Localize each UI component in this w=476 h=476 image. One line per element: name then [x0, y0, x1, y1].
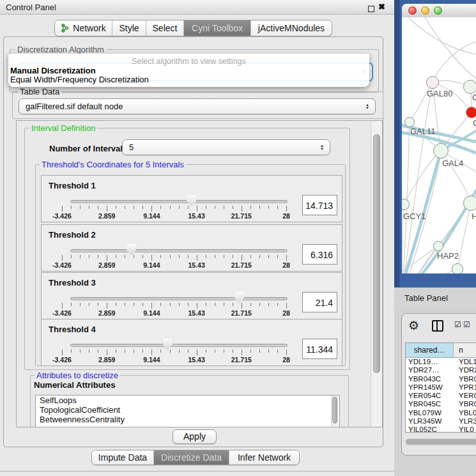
slider-track[interactable]: [70, 200, 288, 203]
tab-network-label: Network: [73, 23, 105, 33]
attribute-list-item[interactable]: SelfLoops: [36, 395, 339, 405]
checkbox-icon[interactable]: ☑: [454, 320, 461, 329]
slider-tick-label: 2.859: [88, 356, 126, 364]
zoom-traffic-light-icon[interactable]: [434, 6, 442, 15]
network-node-label: GAL11: [410, 127, 436, 136]
settings-scrollbar[interactable]: [371, 121, 382, 427]
table-row[interactable]: YDR27…YDR2: [406, 366, 476, 374]
slider-tick: [71, 349, 72, 353]
threshold-value-field[interactable]: 11.344: [302, 339, 337, 359]
slider-track[interactable]: [70, 344, 288, 347]
slider-tick: [286, 349, 287, 355]
number-of-intervals-spinner[interactable]: 5 ▲▼: [122, 139, 330, 155]
slider-tick: [242, 255, 242, 261]
table-row[interactable]: YBL079WYBL0: [406, 409, 476, 417]
table-horizontal-scrollbar-thumb[interactable]: [406, 439, 476, 445]
numerical-attributes-list[interactable]: SelfLoopsTopologicalCoefficientBetweenne…: [35, 395, 340, 427]
cyni-content-panel: Discretization Algorithm ▲▼ Table Data g…: [3, 36, 383, 447]
slider-tick: [268, 303, 269, 306]
slider-tick: [224, 206, 224, 209]
network-node[interactable]: [433, 241, 443, 251]
slider-tick: [107, 349, 107, 355]
slider-thumb[interactable]: [127, 244, 136, 256]
network-node[interactable]: [433, 143, 449, 158]
attribute-list-item[interactable]: BetweennessCentrality: [36, 415, 339, 424]
table-row[interactable]: YLR345WYLR3: [406, 417, 476, 426]
apply-button[interactable]: Apply: [173, 429, 217, 444]
table-cell-shared-name: YLR345W: [406, 417, 456, 426]
gear-icon[interactable]: ⚙: [408, 318, 419, 333]
slider-tick: [179, 349, 180, 353]
node-attribute-table[interactable]: shared… n YDL19…YDL1YDR27…YDR2YBR043CYBR…: [405, 342, 476, 433]
float-window-icon[interactable]: [368, 6, 374, 12]
network-node[interactable]: [463, 80, 476, 94]
attributes-list-scrollbar-thumb[interactable]: [332, 397, 337, 424]
network-node[interactable]: [426, 76, 439, 89]
threshold-value-field[interactable]: 6.316: [302, 244, 337, 265]
threshold-value-field[interactable]: 21.4: [302, 292, 337, 312]
threshold-label: Threshold 4: [49, 325, 96, 334]
table-cell-shared-name: YBL079W: [406, 409, 456, 417]
slider-tick: [233, 303, 233, 306]
close-icon[interactable]: ✖: [378, 2, 385, 12]
slider-tick-label: 15.43: [178, 356, 216, 364]
threshold-value-field[interactable]: 14.713: [302, 195, 337, 215]
tab-cyni-toolbox[interactable]: Cyni Toolbox: [184, 20, 251, 36]
slider-tick: [197, 349, 197, 355]
column-header-name[interactable]: n: [454, 343, 476, 357]
tab-jactivemnodules-label: jActiveMNodules: [258, 23, 325, 33]
slider-track[interactable]: [70, 249, 288, 252]
network-node[interactable]: [463, 196, 476, 211]
slider-tick-label: 28: [267, 261, 305, 269]
table-row[interactable]: YBR043CYBR0: [406, 375, 476, 383]
tab-style[interactable]: Style: [112, 20, 146, 36]
right-panel: GAL80GCGAL11GAL4GCY1HHAP2 Table Panel ⚙ …: [394, 0, 476, 476]
slider-thumb[interactable]: [187, 195, 196, 206]
network-node[interactable]: [452, 263, 463, 273]
slider-tick: [206, 206, 206, 209]
attribute-list-item[interactable]: TopologicalCoefficient: [36, 405, 339, 415]
table-cell-name: YER0: [456, 392, 476, 400]
table-row[interactable]: YBR045CYBR0: [406, 400, 476, 408]
table-header-row: shared… n: [406, 343, 476, 358]
screenshot-root: Control Panel ✖ Network Style: [0, 0, 476, 476]
thresholds-group-title: Threshold's Coordinates for 5 Intervals: [40, 160, 186, 169]
slider-tick: [250, 255, 251, 258]
slider-thumb[interactable]: [163, 339, 173, 350]
column-header-shared-name[interactable]: shared…: [406, 343, 454, 357]
slider-thumb[interactable]: [234, 292, 244, 303]
network-window: GAL80GCGAL11GAL4GCY1HHAP2: [402, 4, 476, 273]
tab-select[interactable]: Select: [146, 20, 184, 36]
tab-impute-data[interactable]: Impute Data: [92, 450, 154, 464]
slider-track[interactable]: [70, 297, 288, 300]
table-horizontal-scrollbar[interactable]: [405, 438, 476, 446]
algorithm-option-equal-width-frequency[interactable]: Equal Width/Frequency Discretization: [10, 75, 149, 84]
tab-network[interactable]: Network: [55, 20, 112, 36]
tab-jactivemnodules[interactable]: jActiveMNodules: [251, 20, 332, 36]
slider-tick: [89, 349, 89, 353]
tab-discretize-data[interactable]: Discretize Data: [154, 450, 229, 464]
algorithm-option-manual-discretization[interactable]: Manual Discretization: [10, 66, 96, 75]
slider-tick: [134, 303, 134, 306]
tab-infer-network[interactable]: Infer Network: [229, 450, 299, 464]
slider-tick: [98, 206, 98, 209]
settings-scrollbar-thumb[interactable]: [373, 134, 380, 373]
table-row[interactable]: YIL052CYIL0: [406, 426, 476, 433]
table-row[interactable]: YDL19…YDL1: [406, 358, 476, 366]
table-row[interactable]: YPR145WYPR1: [406, 383, 476, 392]
network-window-frame: GAL80GCGAL11GAL4GCY1HHAP2: [394, 0, 476, 288]
network-canvas[interactable]: GAL80GCGAL11GAL4GCY1HHAP2: [402, 17, 476, 273]
split-columns-icon[interactable]: [432, 320, 443, 332]
minimize-traffic-light-icon[interactable]: [421, 6, 429, 15]
checkbox-icon[interactable]: ☑: [463, 320, 470, 329]
close-traffic-light-icon[interactable]: [408, 6, 417, 15]
attributes-list-scrollbar[interactable]: [331, 395, 339, 427]
numerical-attributes-label: Numerical Attributes: [34, 380, 115, 390]
slider-tick: [134, 349, 134, 353]
network-node[interactable]: [466, 107, 476, 118]
slider-tick: [188, 206, 188, 209]
slider-tick: [206, 255, 206, 258]
network-node[interactable]: [404, 117, 415, 127]
table-row[interactable]: YER054CYER0: [406, 392, 476, 400]
table-data-combobox[interactable]: galFiltered.sif default node ▲▼: [19, 98, 376, 114]
